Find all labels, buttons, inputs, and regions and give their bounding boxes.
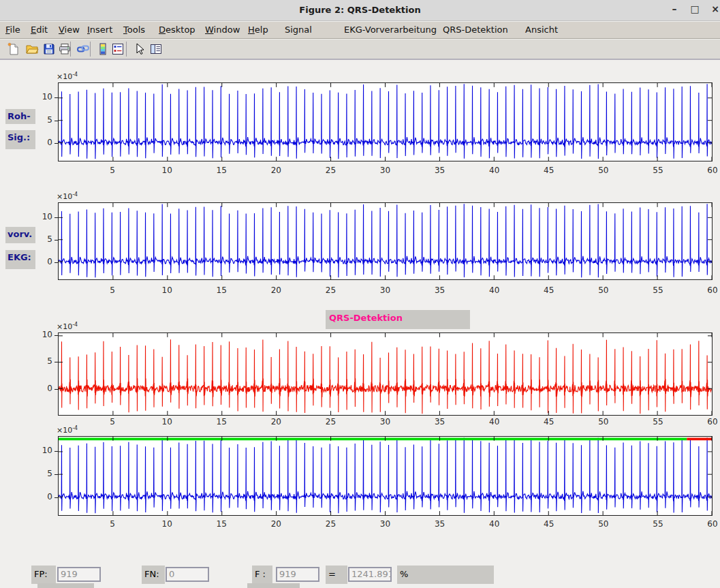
x-tick-label: 15 (211, 166, 232, 175)
y-tick-label: 10 (29, 446, 52, 455)
menu-insert[interactable]: Insert (87, 25, 112, 35)
y-tick-stub (54, 217, 58, 218)
menu-ekg-vorverarbeitung[interactable]: EKG-Vorverarbeitung (344, 25, 437, 35)
x-tick-label: 35 (430, 519, 450, 529)
plot-axes-vorverarbeitetes-ekg[interactable] (58, 202, 713, 280)
x-tick-label: 55 (648, 166, 668, 175)
plot-axes-qrs-detektion[interactable] (58, 332, 713, 416)
insert-legend-icon[interactable] (111, 42, 125, 56)
x-tick-label: 45 (539, 166, 559, 175)
y-tick-label: 0 (29, 257, 52, 266)
menu-file[interactable]: File (5, 25, 20, 35)
x-tick-label: 55 (648, 417, 668, 427)
title-bar[interactable]: Figure 2: QRS-Detektion –□× (0, 0, 720, 21)
open-file-icon[interactable] (25, 42, 39, 56)
y-tick-label: 0 (29, 492, 52, 501)
y-tick-stub (54, 497, 58, 498)
menu-bar: FileEditViewInsertToolsDesktopWindowHelp… (0, 22, 720, 39)
save-figure-icon[interactable] (42, 42, 56, 56)
plot-axes-roh-signal[interactable] (58, 82, 713, 161)
y-tick-stub (54, 121, 58, 121)
x-tick-label: 10 (157, 166, 177, 175)
x-tick-label: 20 (266, 285, 286, 295)
x-tick-label: 35 (430, 166, 450, 175)
f-field[interactable]: 919 (276, 567, 319, 582)
bottom-cutoff-box (247, 583, 300, 588)
menu-help[interactable]: Help (248, 25, 268, 35)
edit-plot-cursor-icon[interactable] (133, 42, 146, 56)
fp-field[interactable]: 919 (57, 567, 101, 582)
axis-exponent-label: ×10-4 (57, 322, 78, 331)
new-figure-icon[interactable] (7, 42, 20, 56)
menu-ansicht[interactable]: Ansicht (525, 25, 558, 35)
close-button[interactable]: × (708, 3, 720, 14)
property-inspector-icon[interactable] (149, 42, 163, 56)
fp-label: FP: (31, 566, 56, 584)
menu-edit[interactable]: Edit (31, 25, 48, 35)
x-tick-label: 60 (702, 166, 720, 175)
x-tick-label: 40 (484, 285, 505, 295)
y-tick-stub (54, 389, 58, 390)
axis-exponent-label: ×10-4 (57, 191, 78, 201)
x-tick-label: 10 (157, 285, 177, 295)
y-tick-stub (54, 474, 58, 475)
f-percent-field[interactable]: 1241.891 (348, 567, 392, 582)
y-tick-label: 5 (29, 234, 52, 244)
toolbar-separator (70, 42, 71, 57)
menu-qrs-detektion[interactable]: QRS-Detektion (443, 25, 508, 35)
y-tick-label: 0 (29, 138, 52, 147)
x-tick-label: 60 (702, 285, 720, 295)
y-tick-stub (54, 451, 58, 452)
x-tick-label: 5 (102, 285, 123, 295)
x-tick-label: 50 (593, 166, 614, 175)
x-tick-label: 55 (648, 285, 668, 295)
x-tick-label: 20 (266, 519, 286, 529)
link-plot-icon[interactable] (76, 42, 90, 56)
x-tick-label: 20 (266, 417, 286, 427)
menu-view[interactable]: View (59, 25, 80, 35)
axis-exponent-label: ×10-4 (57, 72, 78, 81)
x-tick-label: 30 (375, 417, 396, 427)
x-tick-label: 30 (375, 519, 396, 529)
x-tick-label: 60 (702, 417, 720, 427)
y-tick-label: 10 (29, 212, 52, 221)
x-tick-label: 25 (320, 166, 341, 175)
y-tick-label: 5 (29, 469, 52, 478)
x-tick-label: 35 (430, 417, 450, 427)
y-tick-stub (54, 262, 58, 263)
x-tick-label: 45 (539, 417, 559, 427)
fn-field[interactable]: 0 (166, 567, 209, 582)
toolbar-separator (126, 42, 127, 57)
x-tick-label: 10 (157, 417, 177, 427)
x-tick-label: 5 (102, 166, 123, 175)
x-tick-label: 45 (539, 519, 559, 529)
menu-desktop[interactable]: Desktop (159, 25, 195, 35)
window-title: Figure 2: QRS-Detektion (0, 5, 720, 15)
x-tick-label: 50 (593, 417, 614, 427)
menu-tools[interactable]: Tools (123, 25, 145, 35)
x-tick-label: 30 (375, 285, 396, 295)
x-tick-label: 15 (211, 519, 232, 529)
toolbar (0, 40, 720, 60)
x-tick-label: 40 (484, 166, 505, 175)
toolbar-separator (90, 42, 91, 57)
axis-exponent-label: ×10-4 (57, 425, 78, 435)
maximize-button[interactable]: □ (688, 3, 702, 14)
x-tick-label: 45 (539, 285, 559, 295)
y-tick-label: 5 (29, 115, 52, 125)
menu-window[interactable]: Window (205, 25, 240, 35)
bottom-cutoff-box (37, 583, 94, 588)
x-tick-label: 20 (266, 166, 286, 175)
y-tick-stub (54, 97, 58, 98)
equals-label: = (326, 566, 347, 584)
menu-signal[interactable]: Signal (285, 25, 312, 35)
insert-colorbar-icon[interactable] (96, 42, 110, 56)
y-tick-stub (54, 362, 58, 362)
print-figure-icon[interactable] (58, 42, 72, 56)
x-tick-label: 10 (157, 519, 177, 529)
plot-axes-detektion-ergebnis[interactable] (58, 436, 713, 516)
x-tick-label: 5 (102, 417, 123, 427)
plot-title: QRS-Detektion (329, 313, 403, 323)
fn-label: FN: (142, 566, 165, 584)
minimize-button[interactable]: – (668, 3, 681, 14)
